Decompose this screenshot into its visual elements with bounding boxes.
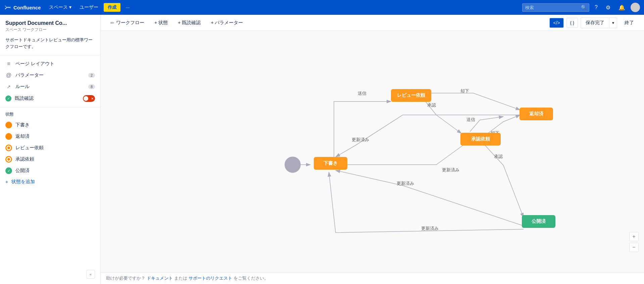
- sidebar: Support Document Co... スペース ワークフロー サポートド…: [0, 15, 101, 284]
- state-dot-draft: [5, 122, 12, 128]
- state-item-approval-request[interactable]: 承認依頼: [0, 154, 100, 165]
- state-item-review-request[interactable]: レビュー依頼: [0, 142, 100, 154]
- end-text: をご覧ください。: [234, 275, 268, 281]
- sidebar-item-parameters-label: パラメーター: [15, 72, 44, 78]
- spaces-nav-button[interactable]: スペース ▾: [46, 3, 74, 12]
- support-link[interactable]: サポートのリクエスト: [189, 275, 232, 281]
- state-item-published[interactable]: ✓ 公開済: [0, 165, 100, 176]
- toolbar-state-button[interactable]: + 状態: [150, 17, 172, 28]
- svg-text:更新済み: 更新済み: [442, 167, 459, 172]
- state-label-draft: 下書き: [15, 122, 30, 128]
- main-content: ✏ ワークフロー + 状態 + 既読確認 + パラメーター </> { } 保存…: [101, 15, 644, 284]
- end-button[interactable]: 終了: [620, 18, 639, 28]
- sidebar-header: Support Document Co... スペース ワークフロー: [0, 20, 100, 37]
- toolbar: ✏ ワークフロー + 状態 + 既読確認 + パラメーター </> { } 保存…: [101, 15, 644, 31]
- svg-text:更新済み: 更新済み: [421, 226, 439, 231]
- zoom-out-button[interactable]: −: [629, 243, 639, 252]
- state-label-approval-request: 承認依頼: [15, 156, 34, 162]
- workflow-start-node: [285, 157, 301, 173]
- svg-text:更新済み: 更新済み: [397, 181, 414, 186]
- state-item-returned[interactable]: 返却済: [0, 131, 100, 142]
- workflow-canvas[interactable]: 送信 承認 却下 送信 却下 承認 更新済み 更新済み 更新済み 更新済み 下書…: [101, 31, 644, 272]
- save-dropdown-button[interactable]: ▾: [609, 17, 617, 28]
- toolbar-read-label: + 既読確認: [178, 20, 201, 26]
- svg-text:送信: 送信: [358, 91, 366, 96]
- logo[interactable]: Confluence: [4, 4, 41, 11]
- sidebar-item-parameters[interactable]: @ パラメーター 2: [0, 70, 100, 81]
- workflow-node-approval-request[interactable]: 承認依頼: [460, 133, 501, 146]
- sidebar-collapse-button[interactable]: «: [86, 270, 95, 279]
- top-navigation: Confluence スペース ▾ ユーザー 作成 ··· 🔍 ? ⚙ 🔔: [0, 0, 644, 15]
- page-layout-icon: ≡: [5, 61, 12, 67]
- sidebar-item-read-confirmation-label: 既読確認: [15, 95, 34, 102]
- toolbar-state-label: + 状態: [154, 20, 168, 26]
- toolbar-read-button[interactable]: + 既読確認: [174, 17, 205, 28]
- svg-text:承認: 承認: [494, 154, 503, 159]
- sidebar-item-rules[interactable]: ↗ ルール 8: [0, 81, 100, 92]
- pencil-icon: ✏: [110, 20, 114, 26]
- notifications-nav-button[interactable]: 🔔: [616, 3, 628, 12]
- save-button[interactable]: 保存完了: [581, 17, 609, 28]
- help-text: 助けが必要ですか？: [106, 275, 145, 281]
- logo-text: Confluence: [13, 5, 41, 10]
- more-nav-button[interactable]: ···: [123, 3, 133, 11]
- state-label-returned: 返却済: [15, 133, 30, 139]
- sidebar-description: サポートドキュメントレビュー用の標準ワークフローです。: [0, 37, 100, 55]
- state-label-published: 公開済: [15, 168, 30, 174]
- toolbar-param-label: + パラメーター: [211, 20, 243, 26]
- save-button-group: 保存完了 ▾: [581, 17, 617, 28]
- help-nav-button[interactable]: ?: [592, 3, 600, 12]
- state-dot-published: ✓: [5, 167, 12, 174]
- bottom-bar: 助けが必要ですか？ ドキュメント または サポートのリクエスト をご覧ください。: [101, 272, 644, 284]
- sidebar-subtitle: スペース ワークフロー: [5, 27, 95, 33]
- state-item-draft[interactable]: 下書き: [0, 119, 100, 131]
- workflow-node-draft[interactable]: 下書き: [314, 157, 347, 170]
- toolbar-code-button[interactable]: </>: [549, 18, 563, 28]
- sidebar-title: Support Document Co...: [5, 20, 95, 26]
- workflow-svg: 送信 承認 却下 送信 却下 承認 更新済み 更新済み 更新済み 更新済み: [101, 31, 644, 272]
- or-text: または: [174, 275, 187, 281]
- zoom-in-button[interactable]: +: [629, 232, 639, 241]
- svg-text:却下: 却下: [460, 88, 469, 93]
- create-nav-button[interactable]: 作成: [104, 3, 120, 12]
- workflow-node-published[interactable]: 公開済: [522, 215, 555, 228]
- avatar[interactable]: [631, 3, 640, 12]
- sidebar-item-page-layout-label: ページ レイアウト: [15, 61, 54, 67]
- search-input[interactable]: [522, 3, 589, 12]
- sidebar-item-page-layout[interactable]: ≡ ページ レイアウト: [0, 58, 100, 70]
- zoom-controls: + −: [629, 232, 639, 252]
- toolbar-workflow-label: ワークフロー: [116, 20, 144, 26]
- code-icon: </>: [553, 20, 560, 26]
- svg-text:更新済み: 更新済み: [352, 137, 369, 142]
- workflow-node-review-request[interactable]: レビュー依頼: [391, 89, 431, 102]
- toolbar-param-button[interactable]: + パラメーター: [206, 17, 247, 28]
- svg-text:承認: 承認: [427, 103, 436, 108]
- add-state-label: 状態を追加: [11, 179, 35, 185]
- svg-text:送信: 送信: [466, 117, 475, 122]
- states-section-title: 状態: [0, 108, 100, 119]
- state-label-review-request: レビュー依頼: [15, 145, 44, 151]
- search-icon: 🔍: [581, 5, 587, 10]
- state-dot-review-request: [5, 145, 12, 151]
- toggle-switch[interactable]: [83, 95, 95, 102]
- sidebar-menu: ≡ ページ レイアウト @ パラメーター 2 ↗ ルール 8 ✓ 既読確認: [0, 55, 100, 108]
- parameters-icon: @: [5, 72, 12, 78]
- rules-badge: 8: [88, 84, 95, 89]
- toolbar-json-button[interactable]: { }: [566, 18, 578, 28]
- toolbar-workflow-button[interactable]: ✏ ワークフロー: [106, 17, 149, 28]
- doc-link[interactable]: ドキュメント: [147, 275, 173, 281]
- workflow-node-returned[interactable]: 返却済: [519, 108, 553, 120]
- state-dot-approval-request: [5, 156, 12, 163]
- settings-nav-button[interactable]: ⚙: [603, 3, 613, 12]
- toolbar-right: </> { } 保存完了 ▾ 終了: [549, 17, 639, 28]
- users-nav-button[interactable]: ユーザー: [77, 3, 101, 12]
- read-confirmation-toggle[interactable]: [83, 95, 95, 102]
- read-confirmation-icon: ✓: [5, 95, 11, 102]
- add-state-button[interactable]: + 状態を追加: [0, 176, 100, 187]
- toggle-knob: [84, 96, 88, 101]
- sidebar-item-read-confirmation[interactable]: ✓ 既読確認: [0, 92, 100, 105]
- add-state-icon: +: [5, 179, 8, 185]
- state-dot-returned: [5, 133, 12, 140]
- rules-icon: ↗: [5, 84, 12, 89]
- sidebar-item-rules-label: ルール: [15, 84, 30, 90]
